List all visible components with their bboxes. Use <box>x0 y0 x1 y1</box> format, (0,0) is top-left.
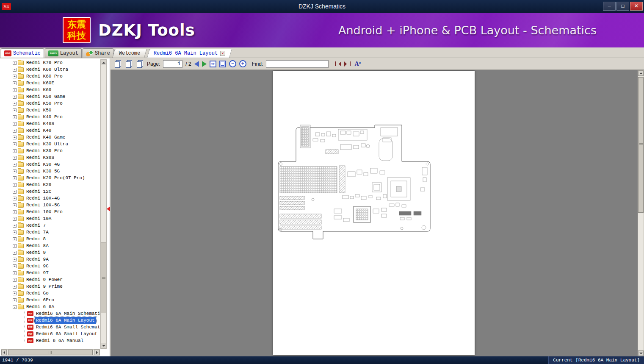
scrollbar-thumb[interactable] <box>8 350 93 355</box>
collapse-icon[interactable]: - <box>13 305 17 309</box>
tree-folder[interactable]: +Redmi K40S <box>0 120 100 127</box>
expand-icon[interactable]: + <box>13 122 17 126</box>
expand-icon[interactable]: + <box>13 129 17 133</box>
tree-folder[interactable]: +Redmi K40 <box>0 127 100 134</box>
expand-icon[interactable]: + <box>13 224 17 228</box>
tree-folder[interactable]: +Redmi 9 Prime <box>0 283 100 290</box>
tree-folder[interactable]: +Redmi 9T <box>0 270 100 276</box>
expand-icon[interactable]: + <box>13 258 17 261</box>
zoom-in-icon[interactable] <box>239 60 246 67</box>
font-size-icon[interactable] <box>354 60 361 67</box>
tree-folder[interactable]: +Redmi K40 Pro <box>0 114 100 120</box>
expand-icon[interactable]: + <box>13 81 17 85</box>
tree-folder[interactable]: +Redmi Go <box>0 290 100 297</box>
expand-icon[interactable]: + <box>13 231 17 234</box>
expand-icon[interactable]: + <box>13 197 17 200</box>
scrollbar-thumb[interactable] <box>101 242 106 313</box>
viewer-vertical-scrollbar[interactable] <box>638 70 644 356</box>
tree-folder[interactable]: +Redmi K30 5G <box>0 168 100 175</box>
tree-folder[interactable]: +Redmi K30S <box>0 154 100 161</box>
tree-folder[interactable]: +Redmi 10X-Pro <box>0 208 100 215</box>
find-next-icon[interactable] <box>344 61 351 67</box>
tree-file[interactable]: Redmi6 6A Main Schematic <box>0 310 100 317</box>
expand-icon[interactable]: + <box>13 298 17 302</box>
pdf-page[interactable] <box>273 71 475 355</box>
expand-icon[interactable]: + <box>13 149 17 153</box>
tree-folder[interactable]: +Redmi 7A <box>0 229 100 236</box>
tree-folder[interactable]: -Redmi 6 6A <box>0 303 100 310</box>
expand-icon[interactable]: + <box>13 169 17 173</box>
sidebar-vertical-scrollbar[interactable] <box>100 59 107 349</box>
scroll-up-icon[interactable] <box>101 60 106 65</box>
expand-icon[interactable]: + <box>13 183 17 187</box>
close-icon[interactable] <box>221 51 226 56</box>
expand-icon[interactable]: + <box>13 163 17 167</box>
next-page-icon[interactable] <box>202 61 207 67</box>
tree-folder[interactable]: +Redmi 10X-5G <box>0 202 100 208</box>
expand-icon[interactable]: + <box>13 203 17 207</box>
tree-folder[interactable]: +Redmi K30 Ultra <box>0 141 100 147</box>
expand-icon[interactable]: + <box>13 190 17 194</box>
tree-folder[interactable]: +Redmi K60E <box>0 80 100 86</box>
close-button[interactable]: ✕ <box>630 2 643 11</box>
expand-icon[interactable]: + <box>13 156 17 160</box>
expand-icon[interactable]: + <box>13 237 17 241</box>
fit-width-icon[interactable] <box>210 61 216 67</box>
scroll-up-icon[interactable] <box>638 70 644 76</box>
tree-folder[interactable]: +Redmi 6Pro <box>0 297 100 303</box>
tree-folder[interactable]: +Redmi 9A <box>0 256 100 263</box>
expand-icon[interactable]: + <box>13 278 17 282</box>
tab-redmi6-6a-main-layout[interactable]: Redmi6 6A Main Layout <box>147 49 232 58</box>
find-input[interactable] <box>266 60 329 68</box>
tree-folder[interactable]: +Redmi 12C <box>0 188 100 195</box>
scroll-right-icon[interactable] <box>94 350 100 355</box>
page-number-input[interactable] <box>163 60 182 68</box>
expand-icon[interactable]: + <box>13 271 17 275</box>
expand-icon[interactable]: + <box>13 75 17 78</box>
tree-folder[interactable]: +Redmi K20 Pro(9T Pro) <box>0 175 100 181</box>
tree-file[interactable]: Redmi 6 6A Manual <box>0 337 100 344</box>
fit-page-icon[interactable] <box>219 61 226 67</box>
tree-folder[interactable]: +Redmi K70 Pro <box>0 59 100 66</box>
expand-icon[interactable]: + <box>13 115 17 119</box>
expand-icon[interactable]: + <box>13 217 17 221</box>
expand-icon[interactable]: + <box>13 210 17 214</box>
tree-folder[interactable]: +Redmi K60 Ultra <box>0 66 100 73</box>
expand-icon[interactable]: + <box>13 292 17 295</box>
minimize-button[interactable]: – <box>603 2 616 11</box>
zoom-out-icon[interactable] <box>229 60 236 67</box>
tree-file[interactable]: Redmi6 6A Small Layout <box>0 331 100 337</box>
book-view-icon[interactable] <box>137 61 142 68</box>
tree-folder[interactable]: +Redmi K60 Pro <box>0 73 100 80</box>
tab-layout[interactable]: Layout <box>45 48 82 58</box>
tree-folder[interactable]: +Redmi 9C <box>0 263 100 270</box>
expand-icon[interactable]: + <box>13 108 17 112</box>
expand-icon[interactable]: + <box>13 102 17 106</box>
previous-page-icon[interactable] <box>194 61 199 67</box>
pdf-viewer[interactable] <box>111 70 644 356</box>
expand-icon[interactable]: + <box>13 68 17 72</box>
sidebar-horizontal-scrollbar[interactable] <box>1 349 100 356</box>
tree-folder[interactable]: +Redmi K50 Game <box>0 93 100 100</box>
tree-folder[interactable]: +Redmi K20 <box>0 181 100 188</box>
expand-icon[interactable]: + <box>13 251 17 255</box>
find-previous-icon[interactable] <box>335 61 341 67</box>
tree-folder[interactable]: +Redmi K30 Pro <box>0 147 100 154</box>
tree-folder[interactable]: +Redmi 8 <box>0 236 100 242</box>
tree-folder[interactable]: +Redmi 10A <box>0 215 100 222</box>
tab-welcome[interactable]: Welcome <box>112 49 147 58</box>
tree-file[interactable]: Redmi6 6A Small Schematic <box>0 324 100 331</box>
facing-pages-icon[interactable] <box>126 61 131 68</box>
expand-icon[interactable]: + <box>13 61 17 65</box>
tree-folder[interactable]: +Redmi 9 Power <box>0 276 100 283</box>
tree-folder[interactable]: +Redmi 10X-4G <box>0 195 100 202</box>
tree-folder[interactable]: +Redmi 7 <box>0 222 100 229</box>
expand-icon[interactable]: + <box>13 244 17 248</box>
tree-folder[interactable]: +Redmi K50 <box>0 107 100 114</box>
single-page-icon[interactable] <box>115 61 120 68</box>
tree-folder[interactable]: +Redmi K30 4G <box>0 161 100 168</box>
sidebar-collapse-arrow[interactable] <box>107 206 110 211</box>
tree-folder[interactable]: +Redmi K50 Pro <box>0 100 100 107</box>
tree-folder[interactable]: +Redmi 8A <box>0 242 100 249</box>
scrollbar-thumb[interactable] <box>638 77 644 213</box>
